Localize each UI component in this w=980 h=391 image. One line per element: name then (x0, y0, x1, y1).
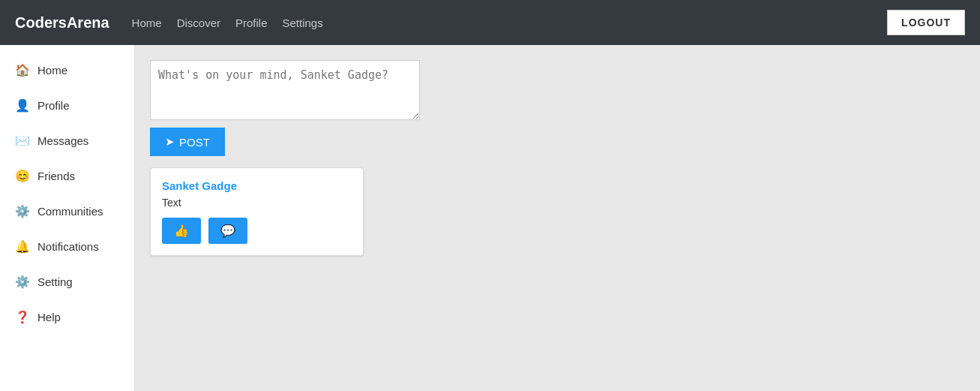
post-button[interactable]: ➤ POST (150, 128, 225, 156)
logout-button[interactable]: LOGOUT (887, 10, 965, 35)
profile-icon: 👤 (15, 98, 30, 113)
sidebar-item-notifications-label: Notifications (37, 240, 99, 253)
sidebar-item-home-label: Home (37, 64, 67, 77)
navbar-links: Home Discover Profile Settings (132, 17, 888, 29)
sidebar-item-setting-label: Setting (37, 275, 73, 288)
navbar: CodersArena Home Discover Profile Settin… (0, 0, 980, 45)
post-actions: 👍 💬 (162, 218, 352, 244)
sidebar-item-home[interactable]: 🏠 Home (0, 53, 134, 88)
navbar-brand: CodersArena (15, 14, 109, 32)
nav-settings[interactable]: Settings (283, 17, 323, 29)
sidebar-item-messages-label: Messages (37, 134, 88, 147)
sidebar: 🏠 Home 👤 Profile ✉️ Messages 😊 Friends ⚙… (0, 45, 135, 391)
post-button-icon: ➤ (165, 135, 175, 149)
nav-profile[interactable]: Profile (235, 17, 268, 29)
sidebar-item-help-label: Help (37, 311, 61, 323)
sidebar-item-communities-label: Communities (37, 205, 103, 218)
friends-icon: 😊 (15, 169, 30, 183)
sidebar-item-friends-label: Friends (37, 170, 75, 182)
messages-icon: ✉️ (15, 134, 30, 148)
nav-home[interactable]: Home (132, 17, 162, 29)
help-icon: ❓ (15, 310, 30, 324)
sidebar-item-help[interactable]: ❓ Help (0, 299, 134, 335)
layout: 🏠 Home 👤 Profile ✉️ Messages 😊 Friends ⚙… (0, 45, 980, 391)
sidebar-item-friends[interactable]: 😊 Friends (0, 158, 134, 194)
sidebar-item-messages[interactable]: ✉️ Messages (0, 123, 134, 158)
post-button-label: POST (179, 136, 210, 149)
home-icon: 🏠 (15, 63, 30, 77)
sidebar-item-setting[interactable]: ⚙️ Setting (0, 264, 134, 299)
notifications-icon: 🔔 (15, 239, 30, 254)
sidebar-item-profile[interactable]: 👤 Profile (0, 88, 134, 123)
nav-discover[interactable]: Discover (177, 17, 220, 29)
like-button[interactable]: 👍 (162, 218, 201, 244)
post-input[interactable] (150, 60, 420, 120)
post-card: Sanket Gadge Text 👍 💬 (150, 167, 364, 256)
comment-icon: 💬 (220, 224, 235, 237)
comment-button[interactable]: 💬 (208, 218, 247, 244)
post-author: Sanket Gadge (162, 179, 352, 192)
sidebar-item-notifications[interactable]: 🔔 Notifications (0, 229, 134, 264)
communities-icon: ⚙️ (15, 204, 30, 218)
setting-icon: ⚙️ (15, 275, 30, 289)
like-icon: 👍 (174, 224, 189, 237)
sidebar-item-communities[interactable]: ⚙️ Communities (0, 194, 134, 229)
sidebar-item-profile-label: Profile (37, 99, 70, 112)
post-text: Text (162, 197, 352, 209)
main-content: ➤ POST Sanket Gadge Text 👍 💬 (135, 45, 980, 391)
